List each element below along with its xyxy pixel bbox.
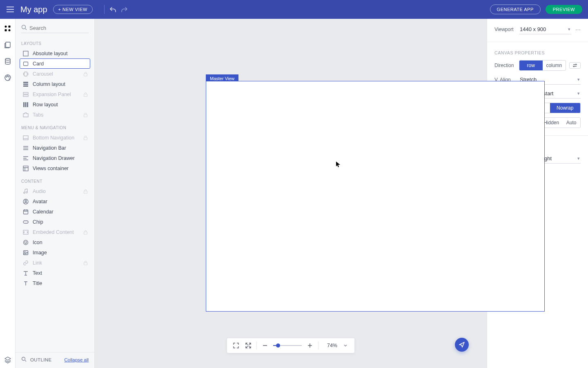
search-input[interactable] — [29, 25, 98, 31]
item-link[interactable]: Link — [20, 258, 90, 268]
svg-rect-35 — [84, 232, 87, 234]
item-text[interactable]: Text — [20, 268, 90, 278]
svg-point-8 — [9, 76, 9, 77]
zoom-dropdown-icon[interactable] — [341, 341, 350, 350]
item-embedded-content[interactable]: Embeded Content — [20, 227, 90, 237]
item-audio[interactable]: Audio — [20, 186, 90, 196]
nowrap-option[interactable]: Nowrap — [550, 103, 581, 113]
menu-icon[interactable] — [6, 5, 15, 14]
svg-rect-24 — [23, 136, 28, 140]
search-icon — [21, 25, 27, 31]
fit-screen-icon[interactable] — [232, 341, 240, 350]
collapse-all-link[interactable]: Collapse all — [65, 357, 89, 362]
item-icon[interactable]: Icon — [20, 237, 90, 247]
redo-icon[interactable] — [120, 5, 129, 14]
send-fab[interactable] — [455, 338, 469, 352]
rail-data-icon[interactable] — [2, 56, 13, 67]
zoom-slider[interactable] — [273, 345, 302, 346]
section-layouts: LAYOUTS — [20, 36, 90, 48]
item-carousel[interactable]: Carousel — [20, 69, 90, 79]
item-title[interactable]: Title — [20, 278, 90, 288]
zoom-out-icon[interactable] — [261, 341, 269, 350]
viewport-label: Viewport — [494, 27, 519, 32]
carousel-icon — [22, 70, 29, 78]
item-avatar[interactable]: Avatar — [20, 196, 90, 206]
item-label: Icon — [33, 240, 42, 245]
viewport-select[interactable]: 588 x 368 ▾ — [519, 25, 571, 34]
canvas-props-heading: CANVAS PROPERTIES — [494, 50, 581, 55]
svg-rect-16 — [23, 85, 28, 87]
item-label: Image — [33, 250, 47, 256]
item-navigation-drawer[interactable]: Navigation Drawer — [20, 153, 90, 163]
bottom-nav-icon — [22, 134, 29, 141]
item-label: Link — [33, 260, 42, 266]
rail-widgets-icon[interactable] — [2, 23, 13, 34]
section-menu-nav: MENU & NAVIGATION — [20, 120, 90, 132]
item-chip[interactable]: Chip — [20, 217, 90, 227]
master-view-frame[interactable] — [206, 81, 545, 312]
direction-toggle: row column — [519, 60, 566, 71]
more-icon[interactable]: ⋯ — [575, 27, 581, 33]
lock-icon — [83, 92, 88, 97]
undo-icon[interactable] — [109, 5, 118, 14]
item-label: Audio — [33, 188, 46, 194]
nav-drawer-icon — [22, 155, 29, 162]
divider — [104, 5, 105, 14]
item-label: Navigation Bar — [33, 145, 66, 151]
item-expansion-panel[interactable]: Expansion Panel — [20, 89, 90, 99]
item-calendar[interactable]: Calendar — [20, 206, 90, 217]
absolute-layout-icon — [22, 50, 29, 57]
svg-point-28 — [26, 191, 28, 193]
row-layout-icon — [22, 101, 29, 108]
item-tabs[interactable]: Tabs — [20, 110, 90, 120]
outline-search-icon[interactable] — [21, 357, 28, 363]
item-absolute-layout[interactable]: Absolute layout — [20, 48, 90, 58]
item-navigation-bar[interactable]: Navigation Bar — [20, 143, 90, 153]
rail-layers-icon[interactable] — [2, 352, 13, 363]
rail-pages-icon[interactable] — [2, 39, 13, 51]
svg-point-27 — [24, 192, 25, 193]
item-label: Bottom Navigation — [33, 135, 74, 141]
cursor-icon — [336, 161, 341, 168]
item-label: Embeded Content — [33, 229, 74, 235]
chevron-down-icon: ▾ — [577, 91, 580, 96]
component-list[interactable]: LAYOUTS Absolute layout Card Carousel Co… — [16, 36, 94, 352]
svg-point-3 — [8, 29, 10, 31]
lock-icon — [83, 112, 88, 117]
item-column-layout[interactable]: Column layout — [20, 79, 90, 89]
svg-rect-21 — [25, 102, 27, 107]
card-icon — [22, 60, 29, 67]
zoom-in-icon[interactable] — [306, 341, 314, 350]
title-icon — [22, 280, 29, 287]
canvas[interactable]: Master View 74% — [95, 19, 487, 368]
column-layout-icon — [22, 81, 29, 88]
generate-app-button[interactable]: GENERATE APP — [490, 4, 541, 14]
rail-theme-icon[interactable] — [2, 72, 13, 83]
new-view-button[interactable]: + NEW VIEW — [53, 5, 93, 14]
item-bottom-navigation[interactable]: Bottom Navigation — [20, 132, 90, 143]
item-image[interactable]: Image — [20, 247, 90, 258]
svg-rect-18 — [23, 95, 28, 96]
direction-column[interactable]: column — [543, 61, 566, 70]
search-input-wrap[interactable] — [21, 23, 89, 33]
svg-rect-17 — [23, 92, 28, 94]
preview-button[interactable]: PREVIEW — [546, 5, 582, 14]
item-label: Navigation Drawer — [33, 155, 75, 161]
chevron-down-icon: ▾ — [577, 156, 580, 161]
swap-axis-icon[interactable] — [569, 62, 581, 69]
audio-icon — [22, 188, 29, 195]
embed-icon — [22, 229, 29, 236]
overflow-auto[interactable]: Auto — [562, 118, 580, 128]
item-label: Avatar — [33, 199, 47, 204]
item-card[interactable]: Card — [20, 58, 90, 69]
svg-point-0 — [4, 26, 7, 28]
zoom-percent: 74% — [323, 343, 337, 348]
direction-row[interactable]: row — [519, 61, 543, 70]
item-label: Card — [33, 61, 44, 67]
item-row-layout[interactable]: Row layout — [20, 99, 90, 110]
item-label: Row layout — [33, 102, 58, 108]
fullscreen-icon[interactable] — [244, 341, 252, 350]
item-views-container[interactable]: Views container — [20, 163, 90, 173]
svg-rect-32 — [24, 210, 28, 214]
item-label: Tabs — [33, 112, 43, 118]
